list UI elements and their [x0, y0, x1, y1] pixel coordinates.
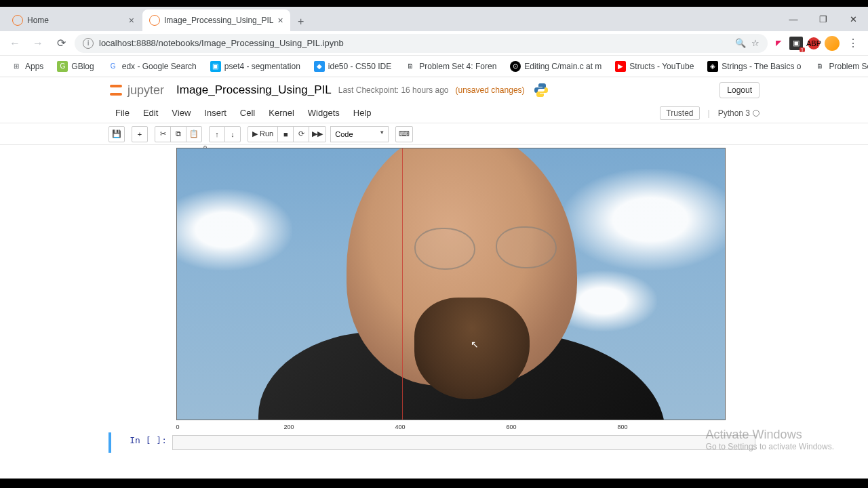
- copy-button[interactable]: ⧉: [170, 126, 186, 142]
- extension-icon[interactable]: ◤: [772, 37, 785, 50]
- vertical-line-marker: [402, 148, 403, 420]
- windows-activation-watermark: Activate Windows Go to Settings to activ…: [706, 428, 834, 451]
- logout-button[interactable]: Logout: [719, 82, 760, 98]
- restart-button[interactable]: ⟳: [293, 126, 309, 142]
- bookmark-icon: ▣: [210, 61, 221, 72]
- bookmarks-bar: ⊞ Apps GGBlog Gedx - Google Search ▣pset…: [0, 56, 868, 77]
- url-text: localhost:8888/notebooks/Image_Processin…: [99, 38, 344, 48]
- youtube-icon: ▶: [615, 61, 626, 72]
- x-tick: 400: [395, 424, 405, 430]
- page-icon: 🗎: [405, 61, 416, 72]
- browser-tab-home[interactable]: Home ×: [5, 9, 141, 31]
- close-window-button[interactable]: ✕: [838, 8, 868, 30]
- site-info-icon[interactable]: i: [83, 38, 94, 49]
- forward-button[interactable]: →: [28, 34, 47, 53]
- restart-run-all-button[interactable]: ▶▶: [309, 126, 326, 142]
- matplotlib-output: 0 100 200 300 400 0 200 400 60: [176, 148, 760, 420]
- back-button[interactable]: ←: [5, 34, 24, 53]
- bookmark-github[interactable]: ⊙Editing C/main.c at m: [505, 58, 607, 75]
- window-controls: — ❐ ✕: [778, 7, 868, 31]
- bookmark-gblog[interactable]: GGBlog: [52, 58, 99, 75]
- adblock-icon[interactable]: ABP: [807, 37, 821, 50]
- bookmark-youtube[interactable]: ▶Structs - YouTube: [610, 58, 699, 75]
- move-down-button[interactable]: ↓: [224, 126, 241, 142]
- tab-title: Image_Processing_Using_PIL: [164, 16, 273, 25]
- github-icon: ⊙: [510, 61, 521, 72]
- menu-view[interactable]: View: [165, 105, 197, 121]
- close-tab-icon[interactable]: ×: [129, 15, 134, 26]
- bookmark-pset4-foren[interactable]: 🗎Problem Set 4: Foren: [399, 58, 502, 75]
- cell-output: 0 100 200 300 400 0 200 400 60: [108, 145, 760, 420]
- save-button[interactable]: 💾: [108, 126, 125, 142]
- input-prompt: In [ ]:: [111, 435, 172, 450]
- notebook-name[interactable]: Image_Processing_Using_PIL: [176, 83, 332, 97]
- bookmark-icon: ◈: [707, 61, 718, 72]
- address-bar[interactable]: i localhost:8888/notebooks/Image_Process…: [75, 34, 768, 53]
- profile-avatar[interactable]: [825, 36, 840, 51]
- menu-bar: File Edit View Insert Cell Kernel Widget…: [0, 103, 868, 123]
- kernel-indicator[interactable]: Python 3: [718, 108, 760, 118]
- python-logo-icon: [532, 81, 551, 100]
- bookmark-strings[interactable]: ◈Strings - The Basics o: [702, 58, 806, 75]
- menu-kernel[interactable]: Kernel: [262, 105, 301, 121]
- minimize-button[interactable]: —: [778, 8, 808, 30]
- maximize-button[interactable]: ❐: [808, 8, 838, 30]
- menu-file[interactable]: File: [108, 105, 136, 121]
- jupyter-favicon-icon: [12, 15, 23, 26]
- x-tick: 200: [283, 424, 294, 430]
- bookmark-pset5[interactable]: 🗎Problem Set 5: Mispe: [809, 58, 868, 75]
- bookmark-star-icon[interactable]: ☆: [751, 38, 760, 48]
- page-content: jupyter Image_Processing_Using_PIL Last …: [0, 77, 868, 479]
- apps-grid-icon: ⊞: [11, 61, 22, 72]
- bookmark-ide50[interactable]: ◆ide50 - CS50 IDE: [309, 58, 397, 75]
- code-cell[interactable]: In [ ]:: [108, 432, 760, 453]
- bookmark-icon: G: [57, 61, 68, 72]
- image-plot: [176, 148, 726, 420]
- trusted-badge[interactable]: Trusted: [660, 106, 699, 120]
- unsaved-indicator: (unsaved changes): [456, 85, 525, 95]
- extension-icon[interactable]: ▣1: [789, 37, 803, 50]
- search-in-page-icon[interactable]: 🔍: [735, 38, 746, 48]
- interrupt-button[interactable]: ■: [277, 126, 294, 142]
- menu-cell[interactable]: Cell: [233, 105, 262, 121]
- jupyter-logo[interactable]: jupyter: [108, 83, 164, 98]
- page-icon: 🗎: [814, 61, 825, 72]
- new-tab-button[interactable]: +: [292, 12, 311, 31]
- add-cell-button[interactable]: +: [132, 126, 148, 142]
- command-palette-button[interactable]: ⌨: [395, 126, 413, 142]
- kernel-idle-icon: [753, 110, 760, 117]
- code-input[interactable]: [172, 435, 755, 450]
- cell-type-select[interactable]: Code: [330, 126, 389, 142]
- menu-edit[interactable]: Edit: [136, 105, 165, 121]
- paste-button[interactable]: 📋: [186, 126, 202, 142]
- jupyter-logo-icon: [108, 83, 123, 98]
- reload-button[interactable]: ⟳: [52, 34, 71, 53]
- menu-widgets[interactable]: Widgets: [301, 105, 347, 121]
- menu-help[interactable]: Help: [347, 105, 378, 121]
- browser-tab-notebook[interactable]: Image_Processing_Using_PIL ×: [142, 9, 290, 31]
- toolbar: 💾 + ✂ ⧉ 📋 ↑ ↓ ▶ Run ■ ⟳ ▶▶ Code ⌨: [0, 123, 868, 145]
- address-row: ← → ⟳ i localhost:8888/notebooks/Image_P…: [0, 31, 868, 56]
- jupyter-header: jupyter Image_Processing_Using_PIL Last …: [0, 77, 868, 103]
- x-tick: 800: [617, 424, 627, 430]
- tab-bar: Home × Image_Processing_Using_PIL × +: [0, 7, 868, 31]
- checkpoint-text: Last Checkpoint: 16 hours ago: [338, 85, 449, 95]
- x-tick: 0: [176, 424, 179, 430]
- x-tick: 600: [506, 424, 516, 430]
- tab-title: Home: [27, 16, 49, 25]
- google-icon: G: [108, 61, 119, 72]
- chrome-menu-button[interactable]: ⋮: [844, 34, 863, 53]
- cs50-icon: ◆: [314, 61, 325, 72]
- bookmark-edx[interactable]: Gedx - Google Search: [102, 58, 202, 75]
- jupyter-favicon-icon: [149, 15, 160, 26]
- menu-insert[interactable]: Insert: [197, 105, 233, 121]
- apps-button[interactable]: ⊞ Apps: [5, 58, 49, 75]
- notebook-body: 0 100 200 300 400 0 200 400 60: [0, 145, 868, 453]
- close-tab-icon[interactable]: ×: [277, 15, 283, 26]
- bookmark-pset4[interactable]: ▣pset4 - segmentation: [205, 58, 306, 75]
- move-up-button[interactable]: ↑: [209, 126, 225, 142]
- cut-button[interactable]: ✂: [155, 126, 171, 142]
- run-button[interactable]: ▶ Run: [248, 126, 278, 142]
